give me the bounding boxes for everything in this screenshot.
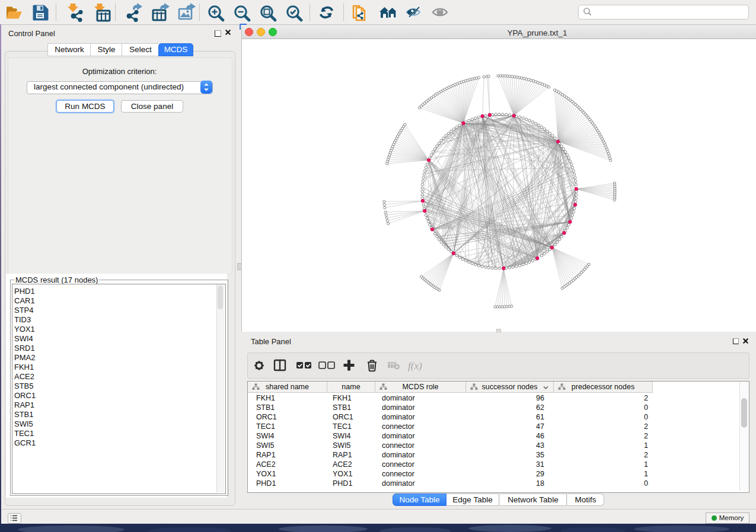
svg-text:f(x): f(x) [408, 360, 422, 371]
